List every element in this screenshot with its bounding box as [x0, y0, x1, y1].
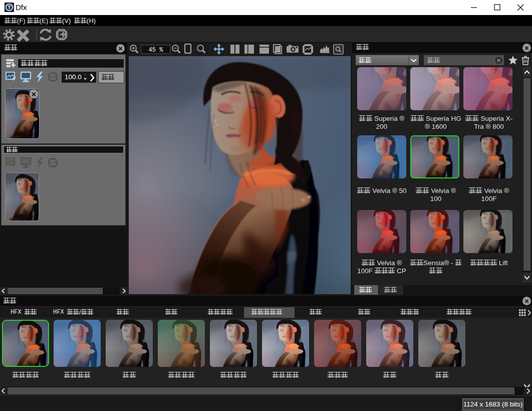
svg-text:45 %: 45 % [149, 47, 164, 54]
